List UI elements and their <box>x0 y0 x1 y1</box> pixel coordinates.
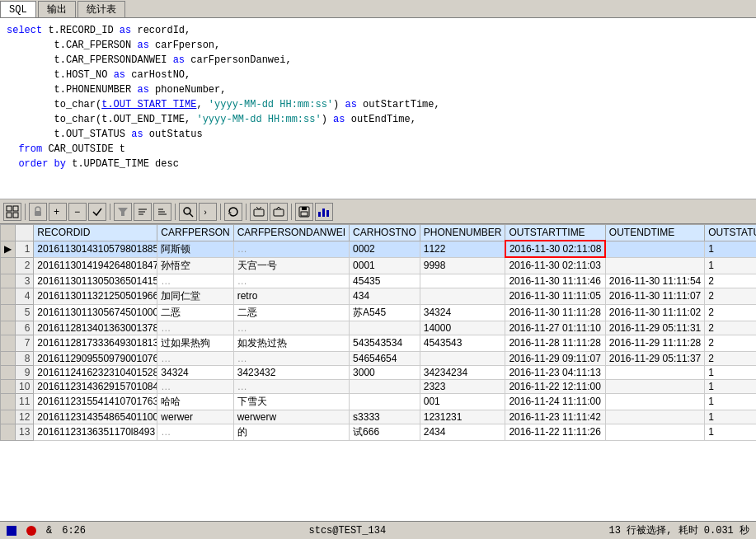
row-indicator <box>1 410 16 424</box>
cell-outendtime <box>605 365 704 379</box>
cell-recordid: 20161123143629157010846 <box>34 379 157 393</box>
svg-rect-0 <box>7 206 12 211</box>
cell-carfperson: … <box>157 351 233 365</box>
remove-row-btn[interactable]: − <box>68 203 87 221</box>
table-row[interactable]: 720161128173336493018134过如果热狗如发热过热543543… <box>1 335 757 351</box>
cell-recordid: 20161130143105798018858 <box>34 241 157 257</box>
tab-sql[interactable]: SQL <box>0 1 36 17</box>
table-row[interactable]: 1220161123143548654011005werwerwerwerws3… <box>1 410 757 424</box>
table-row[interactable]: 820161129095509790010763……546546542016-1… <box>1 351 757 365</box>
cell-carhostno: 543543534 <box>350 335 420 351</box>
cell-phonenumber: 9998 <box>420 257 505 274</box>
status-result: 13 行被选择, 耗时 0.031 秒 <box>609 523 749 537</box>
svg-rect-24 <box>326 210 329 217</box>
col-header-carfpersondanwei[interactable]: CARFPERSONDANWEI <box>233 225 349 241</box>
refresh-btn[interactable] <box>224 203 242 221</box>
cell-carfperson: werwer <box>157 410 233 424</box>
save-btn[interactable] <box>295 203 313 221</box>
cell-outstatus: 1 <box>705 257 756 274</box>
cell-recordid: 20161128173336493018134 <box>34 335 157 351</box>
chart-btn[interactable] <box>315 203 333 221</box>
col-header-phonenumber[interactable]: PHONENUMBER <box>420 225 505 241</box>
results-area[interactable]: RECORDIDCARFPERSONCARFPERSONDANWEICARHOS… <box>0 224 756 521</box>
svg-point-14 <box>184 208 190 214</box>
tab-stats[interactable]: 统计表 <box>77 1 125 17</box>
cell-recordid: 20161128134013630013783 <box>34 321 157 335</box>
cell-outendtime: 2016-11-30 11:11:54 <box>605 274 704 288</box>
grid-view-btn[interactable] <box>3 203 21 221</box>
col-header-outstatus[interactable]: OUTSTATUS <box>705 225 756 241</box>
cell-outstatus: 2 <box>705 335 756 351</box>
lock-btn[interactable] <box>29 203 47 221</box>
cell-carfperson: 过如果热狗 <box>157 335 233 351</box>
cell-carfpersondanwei: 如发热过热 <box>233 335 349 351</box>
cell-recordid: 20161130113050365014153 <box>34 274 157 288</box>
cell-outstarttime: 2016-11-23 11:11:42 <box>505 410 605 424</box>
toolbar-separator-4 <box>220 204 221 220</box>
col-header-outstarttime[interactable]: OUTSTARTTIME <box>505 225 605 241</box>
row-num: 7 <box>16 335 34 351</box>
col-header-outendtime[interactable]: OUTENDTIME <box>605 225 704 241</box>
cell-outstatus: 1 <box>705 365 756 379</box>
cell-outstatus: 1 <box>705 424 756 440</box>
cell-outstatus: 2 <box>705 321 756 335</box>
cell-outstatus: 2 <box>705 274 756 288</box>
row-num: 13 <box>16 424 34 440</box>
table-row[interactable]: 1320161123136351170l8493…的试66624342016-1… <box>1 424 757 440</box>
cell-carhostno: 434 <box>350 288 420 304</box>
toolbar-separator-2 <box>110 204 110 220</box>
cell-carfpersondanwei: werwerw <box>233 410 349 424</box>
cell-carhostno: 3000 <box>350 365 420 379</box>
table-row[interactable]: 1120161123155414107017637哈哈下雪天0012016-11… <box>1 393 757 410</box>
status-connection: stcs@TEST_134 <box>308 525 386 537</box>
search-btn[interactable] <box>179 203 197 221</box>
cell-carfperson: … <box>157 321 233 335</box>
table-row[interactable]: 420161130113212505019665加同仁堂retro4342016… <box>1 288 757 304</box>
row-indicator <box>1 379 16 393</box>
import-btn[interactable] <box>270 203 288 221</box>
tab-bar: SQL 输出 统计表 <box>0 0 756 18</box>
search-next-btn[interactable]: › <box>199 203 217 221</box>
cell-outstarttime: 2016-11-30 11:11:46 <box>505 274 605 288</box>
col-header-carfperson[interactable]: CARFPERSON <box>157 225 233 241</box>
sql-editor[interactable]: select t.RECORD_ID as recordId, t.CAR_FP… <box>0 18 756 199</box>
toolbar-separator-6 <box>291 204 292 220</box>
table-row[interactable]: 1020161123143629157010846……23232016-11-2… <box>1 379 757 393</box>
results-table: RECORDIDCARFPERSONCARFPERSONDANWEICARHOS… <box>0 224 756 441</box>
col-header-rownum <box>16 225 34 241</box>
filter-btn[interactable] <box>114 203 132 221</box>
cell-recordid: 20161130113056745010008 <box>34 304 157 321</box>
cell-outendtime: 2016-11-29 05:11:37 <box>605 351 704 365</box>
main-container: SQL 输出 统计表 select t.RECORD_ID as recordI… <box>0 0 756 539</box>
cell-phonenumber: 34234234 <box>420 365 505 379</box>
cell-outstatus: 1 <box>705 393 756 410</box>
cell-recordid: 20161124162323104015283 <box>34 365 157 379</box>
export-btn[interactable] <box>250 203 268 221</box>
svg-line-15 <box>190 213 193 217</box>
svg-rect-1 <box>13 206 18 211</box>
cell-carhostno: 苏A545 <box>350 304 420 321</box>
col-header-carhostno[interactable]: CARHOSTNO <box>350 225 420 241</box>
table-row[interactable]: 620161128134013630013783……140002016-11-2… <box>1 321 757 335</box>
add-row-btn[interactable]: + <box>49 203 67 221</box>
tab-output[interactable]: 输出 <box>38 1 76 17</box>
cell-outendtime <box>605 257 704 274</box>
toolbar-separator-5 <box>246 204 247 220</box>
table-row[interactable]: 320161130113050365014153……454352016-11-3… <box>1 274 757 288</box>
row-num: 12 <box>16 410 34 424</box>
cell-phonenumber <box>420 351 505 365</box>
results-toolbar: + − › <box>0 199 756 224</box>
sort-desc-btn[interactable] <box>153 203 171 221</box>
col-header-recordid[interactable]: RECORDID <box>34 225 157 241</box>
table-row[interactable]: 220161130141942648018470孙悟空天宫一号000199982… <box>1 257 757 274</box>
cell-recordid: 20161129095509790010763 <box>34 351 157 365</box>
svg-rect-18 <box>274 209 284 216</box>
confirm-btn[interactable] <box>88 203 106 221</box>
table-row[interactable]: 520161130113056745010008二恶二恶苏A5453432420… <box>1 304 757 321</box>
cell-outendtime: 2016-11-29 05:11:31 <box>605 321 704 335</box>
table-row[interactable]: 9201611241623231040152833432434234323000… <box>1 365 757 379</box>
sort-asc-btn[interactable] <box>134 203 152 221</box>
cell-phonenumber <box>420 288 505 304</box>
cell-carfpersondanwei: … <box>233 241 349 257</box>
table-row[interactable]: ▶120161130143105798018858阿斯顿…00021122201… <box>1 241 757 257</box>
